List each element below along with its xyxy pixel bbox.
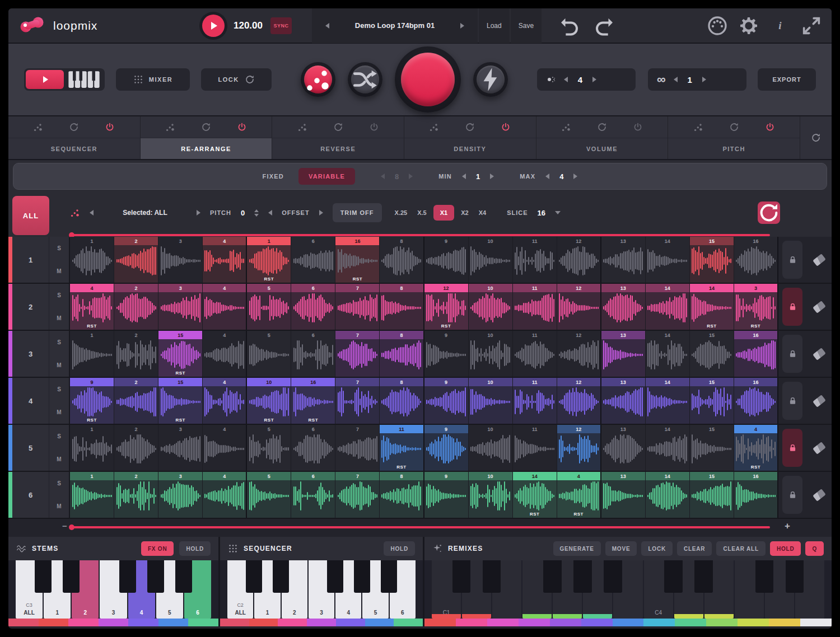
variation-prev-icon[interactable] [564, 77, 568, 82]
step-cell-4-4[interactable]: 4 [203, 378, 247, 424]
mixer-button[interactable]: MIXER [116, 68, 190, 91]
bpm-display[interactable]: 120.00 [234, 20, 263, 31]
step-cell-1-3[interactable]: 3 [158, 237, 203, 283]
step-cell-5-4[interactable]: 4 [203, 425, 247, 471]
piano-black-key[interactable] [452, 560, 470, 593]
piano-black-key[interactable] [175, 560, 192, 593]
step-cell-4-13[interactable]: 13 [601, 378, 646, 424]
stems-fx-button[interactable]: FX ON [141, 541, 174, 556]
step-cell-5-1[interactable]: 1 [70, 425, 114, 471]
step-cell-3-2[interactable]: 2 [114, 331, 158, 377]
step-cell-2-14[interactable]: 14 [646, 284, 690, 330]
step-cell-4-11[interactable]: 11 [513, 378, 557, 424]
step-cell-6-5[interactable]: 5 [247, 472, 291, 518]
step-cell-4-1[interactable]: 9RST [70, 378, 114, 424]
zoom-out-button[interactable]: − [62, 521, 67, 531]
step-cell-2-2[interactable]: 2 [114, 284, 158, 330]
speed-option-x1[interactable]: X1 [433, 205, 454, 221]
piano-black-key[interactable] [35, 560, 52, 593]
slice-dropdown-icon[interactable] [555, 211, 561, 214]
piano-black-key[interactable] [273, 560, 289, 593]
step-cell-5-3[interactable]: 3 [158, 425, 203, 471]
module-tab-label[interactable]: VOLUME [536, 138, 668, 159]
step-cell-6-16[interactable]: 16 [734, 472, 778, 518]
refresh-icon[interactable] [333, 122, 343, 132]
step-cell-1-1[interactable]: 1 [70, 237, 114, 283]
module-tab-label[interactable]: RE-ARRANGE [141, 138, 272, 159]
randomize-knob[interactable] [304, 65, 332, 93]
step-cell-1-14[interactable]: 14 [646, 237, 690, 283]
play-button[interactable] [202, 15, 225, 37]
modules-refresh-button[interactable] [800, 116, 832, 159]
loop-range-bar[interactable] [70, 526, 770, 528]
selected-prev-icon[interactable] [90, 210, 94, 216]
step-cell-6-1[interactable]: 1 [70, 472, 114, 518]
stems-hold-button[interactable]: HOLD [179, 541, 211, 556]
settings-gear-icon[interactable] [738, 15, 760, 37]
module-tab-label[interactable]: PITCH [668, 138, 800, 159]
step-cell-2-16[interactable]: 3RST [734, 284, 778, 330]
mute-button[interactable]: M [49, 401, 69, 424]
shuffle-knob[interactable] [351, 65, 379, 93]
module-tab-label[interactable]: DENSITY [404, 138, 536, 159]
step-cell-5-5[interactable]: 5 [247, 425, 291, 471]
piano-black-key[interactable] [604, 560, 622, 593]
keys-view-button[interactable] [65, 70, 103, 89]
step-cell-6-4[interactable]: 4 [203, 472, 247, 518]
refresh-icon[interactable] [597, 122, 607, 132]
random-icon[interactable] [693, 122, 703, 132]
min-prev-icon[interactable] [462, 174, 466, 179]
step-cell-5-9[interactable]: 9 [424, 425, 469, 471]
module-tab-label[interactable]: REVERSE [272, 138, 404, 159]
step-cell-4-16[interactable]: 16 [734, 378, 778, 424]
mute-button[interactable]: M [49, 495, 69, 518]
step-cell-1-12[interactable]: 12 [557, 237, 601, 283]
step-cell-1-11[interactable]: 11 [513, 237, 557, 283]
piano-black-key[interactable] [786, 560, 804, 593]
step-cell-6-10[interactable]: 10 [469, 472, 513, 518]
step-cell-2-6[interactable]: 6 [291, 284, 335, 330]
power-icon[interactable] [501, 122, 511, 132]
step-cell-3-16[interactable]: 16 [734, 331, 778, 377]
preset-prev-icon[interactable] [325, 23, 329, 29]
step-cell-4-14[interactable]: 14 [646, 378, 690, 424]
step-cell-2-7[interactable]: 7 [335, 284, 380, 330]
quantize-button[interactable] [758, 202, 780, 224]
random-icon[interactable] [561, 122, 571, 132]
variable-mode-button[interactable]: VARIABLE [298, 168, 355, 185]
speed-option-x2[interactable]: X2 [458, 205, 472, 221]
pitch-stepper[interactable] [254, 209, 259, 217]
step-cell-6-2[interactable]: 2 [114, 472, 158, 518]
speed-option-x4[interactable]: X4 [475, 205, 489, 221]
lock-button[interactable]: LOCK [201, 68, 272, 91]
piano-black-key[interactable] [147, 560, 164, 593]
piano-black-key[interactable] [246, 560, 262, 593]
step-cell-1-4[interactable]: 4 [203, 237, 247, 283]
redo-icon[interactable] [593, 15, 615, 37]
step-cell-5-6[interactable]: 6 [291, 425, 335, 471]
max-next-icon[interactable] [573, 174, 577, 179]
step-cell-5-12[interactable]: 12 [557, 425, 601, 471]
piano-black-key[interactable] [573, 560, 591, 593]
power-icon[interactable] [369, 122, 379, 132]
export-button[interactable]: EXPORT [758, 68, 816, 91]
track-lock-button[interactable] [782, 335, 802, 373]
track-erase-button[interactable] [809, 429, 829, 467]
step-cell-3-4[interactable]: 4 [203, 331, 247, 377]
selected-display[interactable]: Selected: ALL [103, 209, 187, 217]
mute-button[interactable]: M [49, 260, 69, 283]
step-cell-4-3[interactable]: 15RST [158, 378, 203, 424]
step-cell-3-5[interactable]: 5 [247, 331, 291, 377]
piano-black-key[interactable] [483, 560, 501, 593]
random-icon[interactable] [429, 122, 439, 132]
step-cell-5-11[interactable]: 11 [513, 425, 557, 471]
step-cell-4-5[interactable]: 10RST [247, 378, 291, 424]
random-icon[interactable] [297, 122, 307, 132]
step-cell-3-1[interactable]: 1 [70, 331, 114, 377]
solo-button[interactable]: S [49, 284, 69, 307]
step-cell-3-10[interactable]: 10 [469, 331, 513, 377]
refresh-icon[interactable] [69, 122, 79, 132]
step-cell-3-12[interactable]: 12 [557, 331, 601, 377]
select-all-tracks-button[interactable]: ALL [12, 196, 49, 235]
step-cell-3-14[interactable]: 14 [646, 331, 690, 377]
